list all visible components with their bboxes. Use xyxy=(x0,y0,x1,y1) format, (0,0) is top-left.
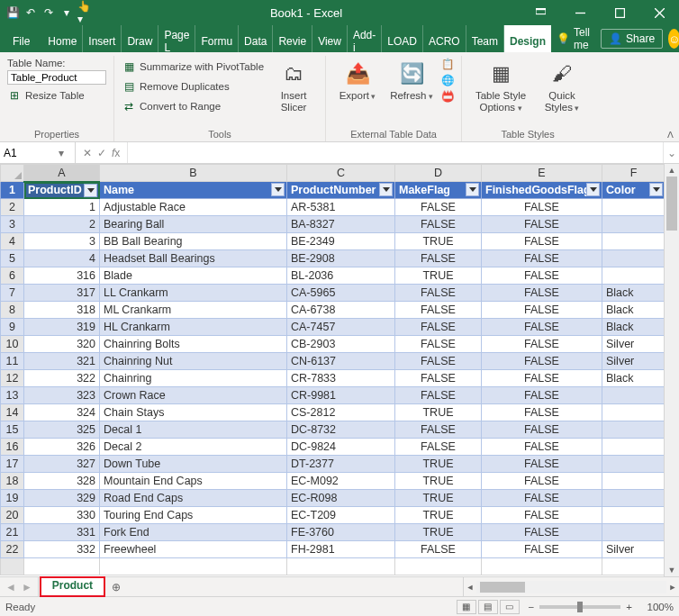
cell[interactable]: Silver xyxy=(602,353,665,370)
row-header[interactable]: 12 xyxy=(1,370,24,387)
cell[interactable]: BE-2908 xyxy=(287,250,395,267)
cell[interactable]: 1 xyxy=(24,199,100,216)
row-header[interactable]: 3 xyxy=(1,216,24,233)
unlink-icon[interactable]: 📛 xyxy=(441,90,454,103)
cell[interactable]: BB Ball Bearing xyxy=(100,233,287,250)
add-sheet-button[interactable]: ⊕ xyxy=(104,577,128,596)
cell[interactable]: FALSE xyxy=(482,439,602,456)
cell[interactable]: Decal 2 xyxy=(100,439,287,456)
row-header[interactable]: 10 xyxy=(1,336,24,353)
next-sheet-icon[interactable]: ► xyxy=(22,581,32,593)
row-header[interactable]: 22 xyxy=(1,541,24,558)
row-header[interactable]: 15 xyxy=(1,421,24,439)
col-header-E[interactable]: E xyxy=(482,165,602,182)
table-row[interactable] xyxy=(1,558,665,575)
cell[interactable]: 331 xyxy=(24,524,100,541)
cell[interactable]: Chainring Bolts xyxy=(100,336,287,353)
ribbon-options-icon[interactable] xyxy=(521,0,560,25)
table-row[interactable]: 43BB Ball BearingBE-2349TRUEFALSE xyxy=(1,233,665,250)
col-header-D[interactable]: D xyxy=(395,165,482,182)
cell[interactable]: FALSE xyxy=(395,370,482,387)
cell[interactable]: AR-5381 xyxy=(287,199,395,216)
cell[interactable]: Fork End xyxy=(100,524,287,541)
table-row[interactable]: 9319HL CrankarmCA-7457FALSEFALSEBlack xyxy=(1,319,665,336)
filter-button[interactable] xyxy=(466,183,479,196)
row-header[interactable]: 5 xyxy=(1,250,24,267)
tab-page l[interactable]: Page L xyxy=(158,25,195,52)
cell[interactable]: FALSE xyxy=(395,439,482,456)
tab-insert[interactable]: Insert xyxy=(83,25,122,52)
cell[interactable]: BL-2036 xyxy=(287,267,395,285)
filter-button[interactable] xyxy=(586,183,600,196)
cell[interactable] xyxy=(602,524,665,541)
tab-file[interactable]: File xyxy=(7,25,42,52)
expand-formula-icon[interactable]: ⌄ xyxy=(663,142,679,163)
cell[interactable]: FALSE xyxy=(395,541,482,558)
table-row[interactable]: 7317LL CrankarmCA-5965FALSEFALSEBlack xyxy=(1,285,665,302)
cell[interactable] xyxy=(602,507,665,524)
scroll-down-icon[interactable]: ▼ xyxy=(665,564,679,576)
sheet-tab-product[interactable]: Product xyxy=(41,577,104,596)
cell[interactable] xyxy=(602,216,665,233)
table-row[interactable]: 13323Crown RaceCR-9981FALSEFALSE xyxy=(1,387,665,404)
cell[interactable]: Adjustable Race xyxy=(100,199,287,216)
cell[interactable]: FALSE xyxy=(482,199,602,216)
table-row[interactable]: 14324Chain StaysCS-2812TRUEFALSE xyxy=(1,404,665,421)
zoom-out-icon[interactable]: − xyxy=(529,602,535,612)
tell-me[interactable]: 💡Tell me xyxy=(551,25,595,52)
cell[interactable]: 332 xyxy=(24,541,100,558)
cell[interactable]: 325 xyxy=(24,421,100,439)
cell[interactable] xyxy=(602,387,665,404)
cell[interactable] xyxy=(602,421,665,439)
cell[interactable] xyxy=(24,558,100,575)
cell[interactable]: FALSE xyxy=(482,387,602,404)
close-button[interactable] xyxy=(639,0,679,25)
cell[interactable]: TRUE xyxy=(395,490,482,507)
row-header[interactable]: 8 xyxy=(1,302,24,319)
cell[interactable] xyxy=(395,558,482,575)
cancel-icon[interactable]: ✕ xyxy=(83,147,92,159)
enter-icon[interactable]: ✓ xyxy=(97,147,106,159)
zoom-in-icon[interactable]: + xyxy=(626,602,632,612)
tab-view[interactable]: View xyxy=(312,25,348,52)
cell[interactable] xyxy=(602,439,665,456)
row-header[interactable]: 1 xyxy=(1,182,24,199)
cell[interactable] xyxy=(100,558,287,575)
cell[interactable]: FALSE xyxy=(395,216,482,233)
row-header[interactable] xyxy=(1,558,24,575)
cell[interactable]: Black xyxy=(602,302,665,319)
tab-acro[interactable]: ACRO xyxy=(423,25,466,52)
cell[interactable]: FALSE xyxy=(482,370,602,387)
cell[interactable]: 328 xyxy=(24,473,100,490)
table-row[interactable]: 8318ML CrankarmCA-6738FALSEFALSEBlack xyxy=(1,302,665,319)
cell[interactable]: 4 xyxy=(24,250,100,267)
style-options-button[interactable]: ▦ Table Style Options xyxy=(469,58,532,113)
vertical-scrollbar[interactable]: ▲ ▼ xyxy=(664,164,679,576)
cell[interactable]: Black xyxy=(602,285,665,302)
cell[interactable]: CR-7833 xyxy=(287,370,395,387)
table-row[interactable]: 54Headset Ball BearingsBE-2908FALSEFALSE xyxy=(1,250,665,267)
cell[interactable]: FALSE xyxy=(482,250,602,267)
cell[interactable]: FALSE xyxy=(482,421,602,439)
cell[interactable] xyxy=(482,558,602,575)
cell[interactable]: 316 xyxy=(24,267,100,285)
scroll-up-icon[interactable]: ▲ xyxy=(665,164,679,177)
cell[interactable]: TRUE xyxy=(395,456,482,473)
cell[interactable]: ML Crankarm xyxy=(100,302,287,319)
cell[interactable]: FALSE xyxy=(395,336,482,353)
cell[interactable]: DC-9824 xyxy=(287,439,395,456)
cell[interactable]: 327 xyxy=(24,456,100,473)
cell[interactable]: 319 xyxy=(24,319,100,336)
cell[interactable]: Down Tube xyxy=(100,456,287,473)
table-row[interactable]: 17327Down TubeDT-2377TRUEFALSE xyxy=(1,456,665,473)
cell[interactable]: DC-8732 xyxy=(287,421,395,439)
cell[interactable]: BA-8327 xyxy=(287,216,395,233)
feedback-smile-icon[interactable]: ☺ xyxy=(668,29,679,49)
cell[interactable]: HL Crankarm xyxy=(100,319,287,336)
minimize-button[interactable] xyxy=(560,0,600,25)
cell[interactable]: FALSE xyxy=(482,490,602,507)
cell[interactable]: TRUE xyxy=(395,233,482,250)
col-header-B[interactable]: B xyxy=(100,165,287,182)
table-header-cell[interactable]: ProductNumber xyxy=(287,182,395,199)
cell[interactable]: FALSE xyxy=(482,267,602,285)
